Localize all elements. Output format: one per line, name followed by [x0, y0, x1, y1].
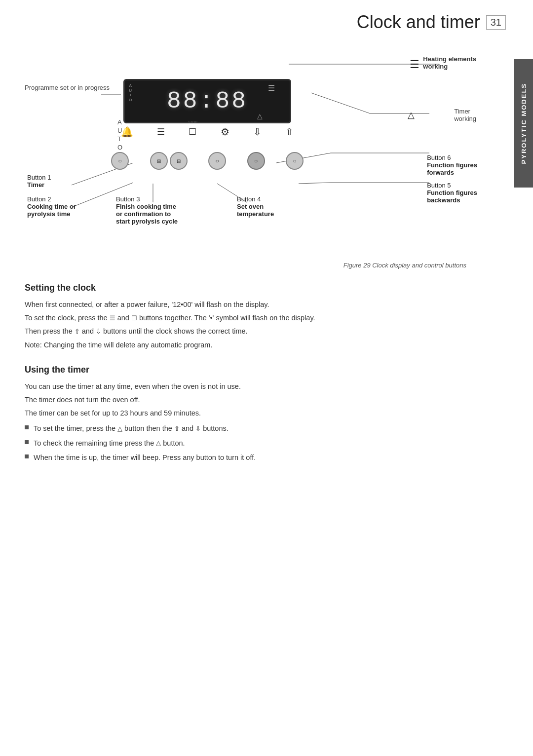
timer-bell-icon2: △: [156, 438, 161, 449]
svg-line-3: [311, 93, 370, 113]
button-6[interactable]: ○: [286, 152, 304, 170]
display-arrow-up-icon: △: [257, 112, 263, 120]
stop-icon: STOP ☐: [189, 126, 196, 137]
programme-set-label: Programme set or in progress: [25, 83, 110, 93]
bullet-square-2: [25, 440, 29, 444]
arrow-down-icon: ⇩: [253, 126, 262, 138]
buttons-row[interactable]: ○ ⊞ ⊟ ○ ○ ○: [111, 152, 304, 170]
timer-label: Timerworking: [454, 108, 476, 122]
button-2-3-group: ⊞ ⊟: [150, 152, 188, 170]
button-5-icon: ○: [254, 157, 258, 164]
clock-stop-icon: ☐: [131, 313, 137, 324]
side-tab-label: PYROLYTIC MODELS: [520, 83, 528, 164]
button-3[interactable]: ⊟: [170, 152, 188, 170]
button-3-icon: ⊟: [177, 158, 181, 164]
clock-line-1: When first connected, or after a power f…: [25, 299, 506, 310]
display-heat-icon: ☰: [268, 83, 275, 93]
svg-line-9: [299, 183, 331, 184]
icons-row: 🔔 ☰ STOP ☐ ⚙ ⇩ ⇧: [121, 126, 294, 138]
button2-label: Button 2 Cooking time orpyrolysis time: [27, 195, 76, 218]
side-tab: PYROLYTIC MODELS: [514, 59, 533, 188]
page-number: 31: [486, 15, 506, 30]
timer-bullet-list: To set the timer, press the △ button the…: [25, 423, 506, 463]
function-icon: ⚙: [221, 126, 229, 138]
main-content: Programme set or in progress AUTO AUTO 8…: [25, 39, 506, 736]
timer-bell-icon: △: [117, 424, 122, 434]
heat-grid-icon: ☰: [157, 126, 165, 137]
timer-text-block: You can use the timer at any time, even …: [25, 381, 506, 419]
diagram-area: Programme set or in progress AUTO AUTO 8…: [25, 49, 506, 257]
clock-down-icon: ⇩: [96, 327, 101, 337]
button-1[interactable]: ○: [111, 152, 129, 170]
button-1-icon: ○: [118, 157, 121, 164]
timer-up-icon2: ⇧: [174, 424, 180, 434]
button-6-icon: ○: [293, 157, 296, 164]
section-timer-heading: Using the timer: [25, 365, 506, 375]
heating-icon: ☰: [410, 58, 419, 71]
button-4[interactable]: ○: [208, 152, 226, 170]
clock-heat-icon: ☰: [110, 313, 115, 324]
button-2[interactable]: ⊞: [150, 152, 168, 170]
bullet-square-1: [25, 425, 29, 429]
clock-text-block: When first connected, or after a power f…: [25, 299, 506, 351]
page-title: Clock and timer: [357, 12, 480, 33]
button4-label: Button 4 Set oventemperature: [237, 195, 274, 218]
timer-bullet-3: When the time is up, the timer will beep…: [25, 452, 506, 463]
bullet-square-3: [25, 454, 29, 458]
timer-intro-3: The timer can be set for up to 23 hours …: [25, 408, 506, 419]
timer-bullet-2: To check the remaining time press the △ …: [25, 438, 506, 449]
stop-label: STOP: [188, 120, 197, 124]
bell-icon: 🔔: [121, 126, 133, 138]
clock-line-4: Note: Changing the time will delete any …: [25, 340, 506, 351]
button-5[interactable]: ○: [247, 152, 265, 170]
clock-line-2: To set the clock, press the ☰ and ☐ butt…: [25, 312, 506, 324]
button3-label: Button 3 Finish cooking timeor confirmat…: [116, 195, 178, 225]
timer-icon: △: [408, 110, 415, 120]
heating-label: Heating elementsworking: [423, 55, 476, 70]
arrow-up-icon: ⇧: [285, 126, 294, 138]
button5-label: Button 5 Function figuresbackwards: [427, 182, 477, 204]
display-digits: 88:88: [167, 88, 248, 114]
button-2-icon: ⊞: [157, 158, 161, 164]
display-auto-label: AUTO: [129, 83, 132, 102]
section-clock-heading: Setting the clock: [25, 283, 506, 293]
clock-display: AUTO 88:88 ☰ △: [123, 79, 291, 123]
timer-intro-1: You can use the timer at any time, even …: [25, 381, 506, 392]
page-header: Clock and timer 31: [357, 12, 506, 33]
figure-caption: Figure 29 Clock display and control butt…: [25, 262, 506, 269]
clock-up-icon: ⇧: [75, 327, 80, 337]
timer-bullet-1: To set the timer, press the △ button the…: [25, 423, 506, 434]
clock-line-3: Then press the ⇧ and ⇩ buttons until the…: [25, 326, 506, 337]
button-4-icon: ○: [215, 157, 219, 164]
timer-intro-2: The timer does not turn the oven off.: [25, 394, 506, 406]
button1-label: Button 1 Timer: [27, 174, 51, 189]
button6-label: Button 6 Function figuresforwards: [427, 154, 477, 176]
timer-down-icon2: ⇩: [195, 424, 201, 434]
